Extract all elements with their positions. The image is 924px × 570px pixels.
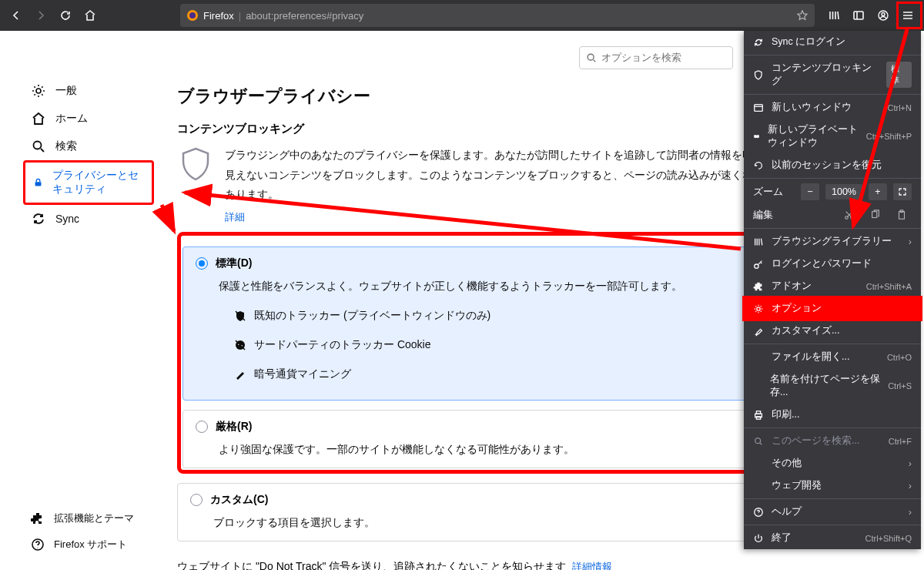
fullscreen-button[interactable] [893, 183, 912, 200]
sidebar-label-ext: 拡張機能とテーマ [54, 511, 134, 525]
window-icon [753, 102, 764, 113]
library-icon[interactable] [822, 4, 845, 27]
sidebar-item-privacy[interactable]: プライバシーとセキュリティ [23, 160, 154, 205]
dnt-more-link[interactable]: 詳細情報 [572, 560, 612, 570]
power-icon [753, 533, 764, 544]
zoom-value: 100% [825, 184, 862, 200]
svg-rect-7 [35, 182, 42, 186]
puzzle-icon [753, 281, 764, 292]
svg-rect-13 [755, 104, 763, 111]
reload-button[interactable] [54, 4, 77, 27]
copy-button[interactable] [865, 206, 886, 223]
mask-icon [753, 131, 760, 142]
dnt-section: ウェブサイトに "Do Not Track" 信号を送り、追跡されたくないことを… [177, 557, 918, 570]
cookie-icon [234, 339, 246, 351]
svg-rect-16 [872, 212, 877, 218]
sidebar-item-general[interactable]: 一般 [23, 77, 154, 105]
menu-help[interactable]: ヘルプ› [744, 501, 921, 523]
sidebar-label-general: 一般 [55, 84, 77, 98]
preferences-search-input[interactable]: オプションを検索 [579, 46, 733, 69]
sidebar-label-support: Firefox サポート [54, 538, 127, 552]
sidebar-item-sync[interactable]: Sync [23, 205, 154, 233]
svg-rect-22 [756, 411, 760, 414]
menu-edit: 編集 [744, 203, 921, 226]
shield-icon [177, 146, 214, 183]
svg-point-20 [757, 307, 760, 310]
brush-icon [753, 326, 764, 337]
shield-icon [753, 69, 764, 80]
cryptomining-icon [234, 368, 246, 381]
cut-button[interactable] [839, 206, 859, 223]
star-icon[interactable] [796, 9, 808, 22]
sidebar-item-home[interactable]: ホーム [23, 105, 154, 132]
key-icon [753, 259, 764, 270]
svg-point-1 [189, 12, 196, 18]
sidebar-item-search[interactable]: 検索 [23, 132, 154, 160]
sidebar-item-extensions[interactable]: 拡張機能とテーマ [23, 505, 142, 531]
menu-more[interactable]: その他› [744, 452, 921, 474]
restore-icon [753, 160, 764, 171]
preferences-sidebar: 一般 ホーム 検索 プライバシーとセキュリティ Sync 拡張機能とテーマ Fi… [0, 31, 162, 570]
svg-rect-17 [899, 212, 905, 220]
menu-open-file[interactable]: ファイルを開く...Ctrl+O [744, 346, 921, 368]
sidebar-label-search: 検索 [55, 139, 77, 153]
sidebar-label-sync: Sync [55, 213, 79, 225]
svg-point-4 [882, 13, 885, 16]
menu-library[interactable]: ブラウジングライブラリー› [744, 230, 921, 253]
forward-button[interactable] [29, 4, 52, 27]
menu-customize[interactable]: カスタマイズ... [744, 320, 921, 342]
hamburger-menu: Sync にログイン コンテンツブロッキング標準 新しいウィンドウCtrl+N … [744, 31, 921, 549]
browser-toolbar: Firefox | about:preferences#privacy [0, 0, 924, 31]
menu-quit[interactable]: 終了Ctrl+Shift+Q [744, 527, 921, 549]
sidebar-label-privacy: プライバシーとセキュリティ [52, 169, 144, 196]
menu-addons[interactable]: アドオンCtrl+Shift+A [744, 275, 921, 297]
cb-badge: 標準 [886, 62, 912, 88]
detail-link[interactable]: 詳細 [225, 208, 245, 227]
help-icon [753, 507, 764, 518]
url-identity: Firefox [203, 10, 234, 22]
menu-options[interactable]: オプション [744, 297, 921, 320]
menu-zoom: ズーム−100%+ [744, 180, 921, 203]
tracker-icon [234, 310, 246, 322]
menu-sync[interactable]: Sync にログイン [744, 31, 921, 53]
svg-point-6 [34, 142, 42, 149]
account-icon[interactable] [872, 4, 895, 27]
radio-standard[interactable] [196, 257, 208, 270]
menu-restore-session[interactable]: 以前のセッションを復元 [744, 154, 921, 176]
sync-icon [753, 37, 764, 48]
menu-logins[interactable]: ログインとパスワード [744, 253, 921, 275]
sidebar-label-home: ホーム [55, 112, 88, 126]
url-bar[interactable]: Firefox | about:preferences#privacy [180, 4, 815, 27]
lock-icon [33, 175, 43, 190]
radio-custom[interactable] [190, 494, 203, 506]
zoom-in-button[interactable]: + [869, 183, 887, 200]
radio-strict[interactable] [196, 421, 208, 433]
menu-save-as[interactable]: 名前を付けてページを保存...Ctrl+S [744, 368, 921, 404]
menu-webdev[interactable]: ウェブ開発› [744, 474, 921, 497]
svg-rect-2 [854, 12, 863, 19]
svg-point-5 [36, 89, 41, 93]
menu-content-blocking[interactable]: コンテンツブロッキング標準 [744, 57, 921, 92]
hamburger-menu-button[interactable] [896, 4, 919, 27]
content-blocking-desc: ブラウジング中のあなたのプライバシーを保護します。あなたが訪問したサイトを追跡し… [225, 146, 815, 227]
menu-new-private-window[interactable]: 新しいプライベートウィンドウCtrl+Shift+P [744, 119, 921, 154]
menu-new-window[interactable]: 新しいウィンドウCtrl+N [744, 96, 921, 119]
sidebar-icon[interactable] [847, 4, 870, 27]
url-path: about:preferences#privacy [246, 10, 363, 22]
svg-point-24 [755, 438, 761, 443]
menu-find[interactable]: このページを検索...Ctrl+F [744, 430, 921, 452]
zoom-out-button[interactable]: − [801, 183, 819, 200]
svg-point-9 [588, 54, 594, 60]
gear-icon [753, 303, 764, 314]
svg-rect-23 [756, 416, 760, 419]
firefox-icon [186, 9, 199, 22]
search-icon [586, 52, 597, 63]
back-button[interactable] [5, 4, 28, 27]
home-button[interactable] [79, 4, 102, 27]
search-icon [753, 436, 764, 447]
sidebar-item-support[interactable]: Firefox サポート [23, 531, 142, 558]
print-icon [753, 410, 764, 421]
menu-print[interactable]: 印刷... [744, 404, 921, 426]
library-icon [753, 236, 764, 247]
paste-button[interactable] [892, 206, 912, 223]
